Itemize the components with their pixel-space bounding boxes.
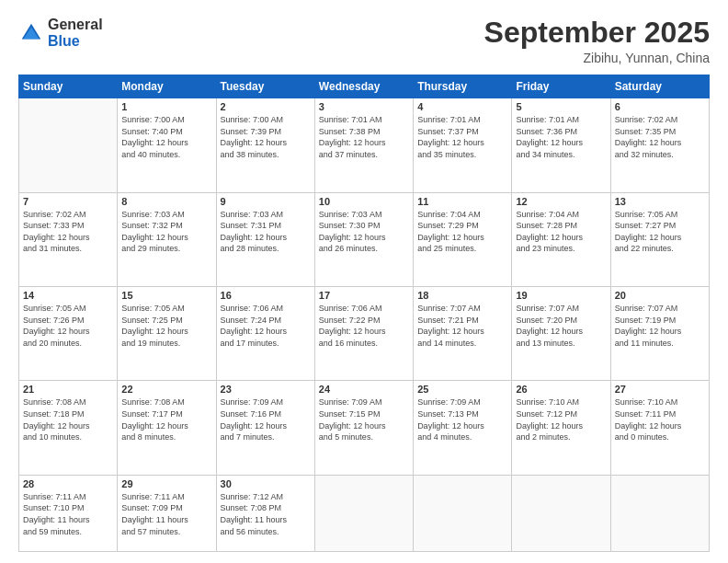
- day-number: 8: [121, 196, 211, 207]
- title-block: September 2025 Zibihu, Yunnan, China: [484, 17, 710, 65]
- table-row: 1Sunrise: 7:00 AMSunset: 7:40 PMDaylight…: [118, 98, 216, 192]
- day-info: Sunrise: 7:07 AMSunset: 7:19 PMDaylight:…: [615, 303, 705, 349]
- day-info: Sunrise: 7:08 AMSunset: 7:17 PMDaylight:…: [121, 396, 211, 442]
- table-row: [414, 475, 512, 551]
- day-number: 19: [516, 290, 606, 301]
- header-wednesday: Wednesday: [314, 75, 413, 98]
- day-info: Sunrise: 7:10 AMSunset: 7:11 PMDaylight:…: [615, 396, 705, 442]
- day-info: Sunrise: 7:03 AMSunset: 7:31 PMDaylight:…: [221, 209, 311, 255]
- table-row: 9Sunrise: 7:03 AMSunset: 7:31 PMDaylight…: [216, 192, 314, 286]
- table-row: 10Sunrise: 7:03 AMSunset: 7:30 PMDayligh…: [314, 192, 413, 286]
- day-number: 2: [221, 101, 311, 112]
- day-info: Sunrise: 7:00 AMSunset: 7:40 PMDaylight:…: [121, 114, 211, 160]
- day-number: 3: [319, 101, 409, 112]
- day-info: Sunrise: 7:07 AMSunset: 7:20 PMDaylight:…: [516, 303, 606, 349]
- table-row: 22Sunrise: 7:08 AMSunset: 7:17 PMDayligh…: [118, 381, 216, 475]
- table-row: 16Sunrise: 7:06 AMSunset: 7:24 PMDayligh…: [216, 287, 314, 381]
- day-info: Sunrise: 7:12 AMSunset: 7:08 PMDaylight:…: [221, 491, 311, 537]
- day-number: 9: [221, 196, 311, 207]
- table-row: 25Sunrise: 7:09 AMSunset: 7:13 PMDayligh…: [414, 381, 512, 475]
- table-row: 24Sunrise: 7:09 AMSunset: 7:15 PMDayligh…: [314, 381, 413, 475]
- header-tuesday: Tuesday: [216, 75, 314, 98]
- calendar-subtitle: Zibihu, Yunnan, China: [484, 51, 710, 65]
- table-row: 3Sunrise: 7:01 AMSunset: 7:38 PMDaylight…: [314, 98, 413, 192]
- header: General Blue September 2025 Zibihu, Yunn…: [18, 17, 710, 65]
- day-info: Sunrise: 7:11 AMSunset: 7:09 PMDaylight:…: [121, 491, 211, 537]
- calendar-title: September 2025: [484, 17, 710, 49]
- logo: General Blue: [18, 17, 103, 49]
- table-row: [512, 475, 610, 551]
- day-info: Sunrise: 7:03 AMSunset: 7:30 PMDaylight:…: [319, 209, 409, 255]
- table-row: 12Sunrise: 7:04 AMSunset: 7:28 PMDayligh…: [512, 192, 610, 286]
- day-number: 7: [23, 196, 113, 207]
- table-row: 14Sunrise: 7:05 AMSunset: 7:26 PMDayligh…: [19, 287, 118, 381]
- day-number: 27: [615, 384, 705, 395]
- day-number: 10: [319, 196, 409, 207]
- day-info: Sunrise: 7:02 AMSunset: 7:33 PMDaylight:…: [23, 209, 113, 255]
- day-number: 5: [516, 101, 606, 112]
- table-row: 19Sunrise: 7:07 AMSunset: 7:20 PMDayligh…: [512, 287, 610, 381]
- table-row: [610, 475, 709, 551]
- table-row: 13Sunrise: 7:05 AMSunset: 7:27 PMDayligh…: [610, 192, 709, 286]
- day-number: 25: [417, 384, 507, 395]
- day-number: 22: [121, 384, 211, 395]
- day-number: 30: [221, 478, 311, 489]
- day-info: Sunrise: 7:09 AMSunset: 7:16 PMDaylight:…: [221, 396, 311, 442]
- day-number: 14: [23, 290, 113, 301]
- header-thursday: Thursday: [414, 75, 512, 98]
- day-number: 1: [121, 101, 211, 112]
- header-sunday: Sunday: [19, 75, 118, 98]
- day-info: Sunrise: 7:01 AMSunset: 7:37 PMDaylight:…: [417, 114, 507, 160]
- table-row: 20Sunrise: 7:07 AMSunset: 7:19 PMDayligh…: [610, 287, 709, 381]
- day-info: Sunrise: 7:05 AMSunset: 7:26 PMDaylight:…: [23, 303, 113, 349]
- day-number: 13: [615, 196, 705, 207]
- table-row: 17Sunrise: 7:06 AMSunset: 7:22 PMDayligh…: [314, 287, 413, 381]
- table-row: 30Sunrise: 7:12 AMSunset: 7:08 PMDayligh…: [216, 475, 314, 551]
- calendar-table: Sunday Monday Tuesday Wednesday Thursday…: [18, 75, 710, 552]
- day-number: 15: [121, 290, 211, 301]
- table-row: 18Sunrise: 7:07 AMSunset: 7:21 PMDayligh…: [414, 287, 512, 381]
- day-info: Sunrise: 7:01 AMSunset: 7:38 PMDaylight:…: [319, 114, 409, 160]
- logo-blue-text: Blue: [48, 33, 103, 50]
- table-row: 6Sunrise: 7:02 AMSunset: 7:35 PMDaylight…: [610, 98, 709, 192]
- table-row: 2Sunrise: 7:00 AMSunset: 7:39 PMDaylight…: [216, 98, 314, 192]
- table-row: 11Sunrise: 7:04 AMSunset: 7:29 PMDayligh…: [414, 192, 512, 286]
- day-number: 12: [516, 196, 606, 207]
- table-row: [19, 98, 118, 192]
- table-row: 26Sunrise: 7:10 AMSunset: 7:12 PMDayligh…: [512, 381, 610, 475]
- table-row: 23Sunrise: 7:09 AMSunset: 7:16 PMDayligh…: [216, 381, 314, 475]
- day-number: 23: [221, 384, 311, 395]
- day-number: 28: [23, 478, 113, 489]
- page: General Blue September 2025 Zibihu, Yunn…: [0, 0, 728, 563]
- table-row: 29Sunrise: 7:11 AMSunset: 7:09 PMDayligh…: [118, 475, 216, 551]
- day-number: 18: [417, 290, 507, 301]
- day-info: Sunrise: 7:01 AMSunset: 7:36 PMDaylight:…: [516, 114, 606, 160]
- day-info: Sunrise: 7:05 AMSunset: 7:27 PMDaylight:…: [615, 209, 705, 255]
- day-info: Sunrise: 7:03 AMSunset: 7:32 PMDaylight:…: [121, 209, 211, 255]
- day-info: Sunrise: 7:06 AMSunset: 7:24 PMDaylight:…: [221, 303, 311, 349]
- day-number: 26: [516, 384, 606, 395]
- day-info: Sunrise: 7:07 AMSunset: 7:21 PMDaylight:…: [417, 303, 507, 349]
- header-saturday: Saturday: [610, 75, 709, 98]
- table-row: [314, 475, 413, 551]
- table-row: 27Sunrise: 7:10 AMSunset: 7:11 PMDayligh…: [610, 381, 709, 475]
- logo-icon: [18, 20, 44, 46]
- table-row: 7Sunrise: 7:02 AMSunset: 7:33 PMDaylight…: [19, 192, 118, 286]
- day-number: 11: [417, 196, 507, 207]
- day-info: Sunrise: 7:04 AMSunset: 7:29 PMDaylight:…: [417, 209, 507, 255]
- day-number: 6: [615, 101, 705, 112]
- table-row: 8Sunrise: 7:03 AMSunset: 7:32 PMDaylight…: [118, 192, 216, 286]
- header-monday: Monday: [118, 75, 216, 98]
- day-number: 17: [319, 290, 409, 301]
- day-number: 20: [615, 290, 705, 301]
- table-row: 28Sunrise: 7:11 AMSunset: 7:10 PMDayligh…: [19, 475, 118, 551]
- day-info: Sunrise: 7:09 AMSunset: 7:13 PMDaylight:…: [417, 396, 507, 442]
- day-info: Sunrise: 7:06 AMSunset: 7:22 PMDaylight:…: [319, 303, 409, 349]
- day-info: Sunrise: 7:00 AMSunset: 7:39 PMDaylight:…: [221, 114, 311, 160]
- day-info: Sunrise: 7:02 AMSunset: 7:35 PMDaylight:…: [615, 114, 705, 160]
- day-info: Sunrise: 7:04 AMSunset: 7:28 PMDaylight:…: [516, 209, 606, 255]
- weekday-header-row: Sunday Monday Tuesday Wednesday Thursday…: [19, 75, 710, 98]
- day-number: 21: [23, 384, 113, 395]
- table-row: 21Sunrise: 7:08 AMSunset: 7:18 PMDayligh…: [19, 381, 118, 475]
- logo-general-text: General: [48, 17, 103, 33]
